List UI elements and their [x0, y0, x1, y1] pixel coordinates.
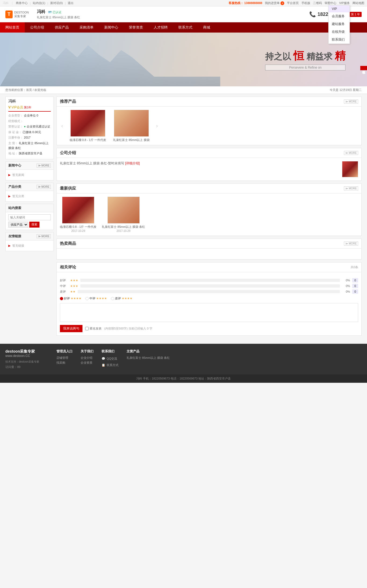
recommended-more[interactable]: ≫ MORE	[344, 100, 358, 104]
banner-heng: 恒	[293, 50, 304, 62]
product-card-1[interactable]: 礼泉红富士 85mm以上 膜袋	[111, 110, 152, 142]
review-count-0: 0	[352, 278, 358, 282]
nav-business[interactable]: 商务中心	[16, 1, 28, 5]
hot-header: 热卖商品 ≫ MORE	[57, 239, 361, 249]
footer-link-product[interactable]: 礼泉红富士 85mm以上 膜袋 条红	[127, 356, 170, 360]
submit-review-button[interactable]: 我来说两句	[60, 325, 82, 332]
review-row-0: 好评 ★★★ 0% 0	[60, 278, 358, 282]
next-arrow[interactable]: ›	[155, 123, 159, 129]
nav-item-purchase[interactable]: 采购清单	[74, 22, 99, 33]
sidebar-cert: 荣誉认证： ● 企业资讯通过认证	[8, 124, 51, 129]
nav-item-shop[interactable]: 商城	[198, 22, 215, 33]
recommended-section: 推荐产品 ≫ MORE ‹ 临潼石榴 0.8 - 1斤 一件代发	[56, 97, 362, 145]
footer-link-contact[interactable]: 联系方式	[107, 363, 118, 367]
footer-link-qual[interactable]: 企业资质	[81, 361, 93, 365]
radio-good[interactable]	[60, 297, 63, 300]
company-intro-body: 礼泉红富士 85mm以上 膜袋 条红-暂时未填写 [详细介绍]	[57, 158, 361, 180]
footer-link-about[interactable]: 企业介绍	[81, 356, 93, 360]
nav-review[interactable]: 审图中心	[325, 1, 336, 5]
online-service-btn[interactable]: 在线客服	[360, 66, 367, 70]
footer-link-qq[interactable]: QQ交流	[107, 357, 117, 361]
news-more-link[interactable]: ≫ MORE	[37, 164, 51, 168]
product-grid: ‹ 临潼石榴 0.8 - 1斤 一件代发 礼泉红富士 85mm以上 膜袋 ›	[60, 110, 358, 142]
links-more-link[interactable]: ≫ MORE	[37, 234, 51, 238]
cat-more-link[interactable]: ≫ MORE	[37, 185, 51, 189]
radio-bad[interactable]	[111, 297, 114, 300]
anon-check[interactable]: 匿名发表	[85, 327, 102, 331]
sidebar-search-title: 站内搜索	[6, 204, 53, 212]
footer-link-find-purchase[interactable]: 找采购	[56, 361, 73, 365]
radio-mid[interactable]	[85, 297, 89, 300]
review-option-bad[interactable]: 差评 ★★★★	[111, 296, 132, 300]
nav-qr[interactable]: 二维码	[313, 1, 322, 5]
vip-menu-vip[interactable]: VIP	[329, 5, 350, 12]
nav-cart[interactable]: 我的进货单 4	[265, 1, 284, 5]
vip-service-link[interactable]: VIP服务	[339, 1, 350, 5]
supply-more[interactable]: ≫ MORE	[344, 186, 358, 190]
sidebar-user-card: 冯科 V VIP会员 第1年 企业类型： 企业单位 0 经营模式： 荣誉认证： …	[5, 97, 54, 159]
nav-mobile[interactable]: 手机版	[301, 1, 310, 5]
vip-menu-build[interactable]: 建站服务	[329, 20, 350, 28]
vip-dropdown[interactable]: VIP服务 VIP 会员服务 建站服务 在线升级 联系我们	[339, 1, 350, 5]
company-intro-more[interactable]: ≫ MORE	[344, 151, 358, 155]
supply-img-1	[107, 197, 140, 224]
main-layout: 冯科 V VIP会员 第1年 企业类型： 企业单位 0 经营模式： 荣誉认证： …	[0, 94, 367, 341]
review-textarea[interactable]	[60, 303, 358, 322]
supply-name-0: 临潼石榴 0.8 - 1斤 一件代发	[60, 225, 96, 229]
username: 冯科	[37, 9, 45, 14]
supply-title: 最新供应	[60, 186, 76, 191]
search-button[interactable]: 搜索	[29, 222, 39, 228]
nav-item-contact[interactable]: 联系方式	[173, 22, 198, 33]
hot-more[interactable]: ≫ MORE	[344, 242, 358, 246]
supply-item-0[interactable]: 临潼石榴 0.8 - 1斤 一件代发 2017-10-29	[60, 197, 96, 232]
contact-icon: 📋	[102, 363, 105, 367]
nav-dialog[interactable]: 新对话(0)	[50, 1, 63, 5]
sidebar-vip-year: 第1年	[24, 106, 31, 109]
vip-menu-contact[interactable]: 联系我们	[329, 36, 350, 44]
top-bar-right: 客服热线： 13888888888 我的进货单 4 平台首页 手机版 二维码 审…	[229, 1, 364, 5]
hot-body	[57, 249, 361, 259]
product-img-placeholder-1	[114, 110, 149, 136]
footer-link-shop-manage[interactable]: 店铺管理	[56, 356, 73, 360]
review-option-mid[interactable]: 中评 ★★★★	[85, 296, 107, 300]
footer-col-3: 联系我们 💬 QQ交流 📋 联系方式	[102, 349, 118, 369]
anon-checkbox[interactable]	[85, 327, 89, 330]
nav-item-honor[interactable]: 荣誉资质	[124, 22, 148, 33]
supply-img-0	[62, 197, 94, 224]
banner-jing: 精益求	[307, 52, 332, 61]
vip-menu-upgrade[interactable]: 在线升级	[329, 28, 350, 36]
sidebar-vip-badge: V	[8, 105, 11, 109]
nav-item-company[interactable]: 公司介绍	[25, 22, 49, 33]
links-empty: ▶ 暂无链接	[8, 243, 51, 249]
review-row-2: 差评 ★★ 0% 0	[60, 289, 358, 294]
nav: 网站首页 公司介绍 供应产品 采购清单 新闻中心 荣誉资质 人才招聘 联系方式 …	[0, 22, 367, 33]
company-detail-link[interactable]: [详细介绍]	[125, 161, 140, 165]
search-input[interactable]	[8, 214, 51, 220]
nav-item-news[interactable]: 新闻中心	[99, 22, 124, 33]
supply-item-1[interactable]: 礼泉红富士 85mm以上 膜袋 条红 2017-10-29	[102, 197, 145, 232]
nav-item-home[interactable]: 网站首页	[0, 22, 25, 33]
prev-arrow[interactable]: ‹	[60, 123, 64, 129]
sidebar-cat-title: 产品分类 ≫ MORE	[6, 183, 53, 191]
nav-sitemap[interactable]: 网站地图	[352, 1, 364, 5]
nav-platform[interactable]: 平台首页	[287, 1, 299, 5]
arrow-icon: ▶	[8, 173, 10, 176]
nav-logout[interactable]: 退出	[68, 1, 74, 5]
banner-overlay: 持之以 恒 精益求 精 Persevere & Refine on	[265, 48, 346, 70]
vip-menu-member[interactable]: 会员服务	[329, 12, 350, 20]
search-select[interactable]: 供应产品	[8, 222, 28, 228]
nav-inbox[interactable]: 站内信(1)	[33, 1, 45, 5]
nav-item-recruit[interactable]: 人才招聘	[148, 22, 173, 33]
supply-date-0: 2017-10-29	[60, 229, 96, 232]
sidebar-username: 冯科	[8, 99, 51, 104]
bar-container-0	[80, 279, 340, 282]
footer-brand-url: www.destoon.CC	[5, 354, 48, 358]
sidebar: 冯科 V VIP会员 第1年 企业类型： 企业单位 0 经营模式： 荣誉认证： …	[5, 97, 54, 338]
banner: 持之以 恒 精益求 精 Persevere & Refine on 在线客服	[0, 33, 367, 86]
search-box: 供应产品 搜索	[8, 214, 51, 228]
review-option-good[interactable]: 好评 ★★★★	[60, 296, 81, 300]
sidebar-cat-body: ▶ 暂无分类	[6, 191, 53, 201]
sidebar-reg-year: 注册年份： 2017	[8, 135, 51, 140]
product-card-0[interactable]: 临潼石榴 0.8 - 1斤 一件代发	[68, 110, 108, 142]
nav-item-supply[interactable]: 供应产品	[49, 22, 74, 33]
